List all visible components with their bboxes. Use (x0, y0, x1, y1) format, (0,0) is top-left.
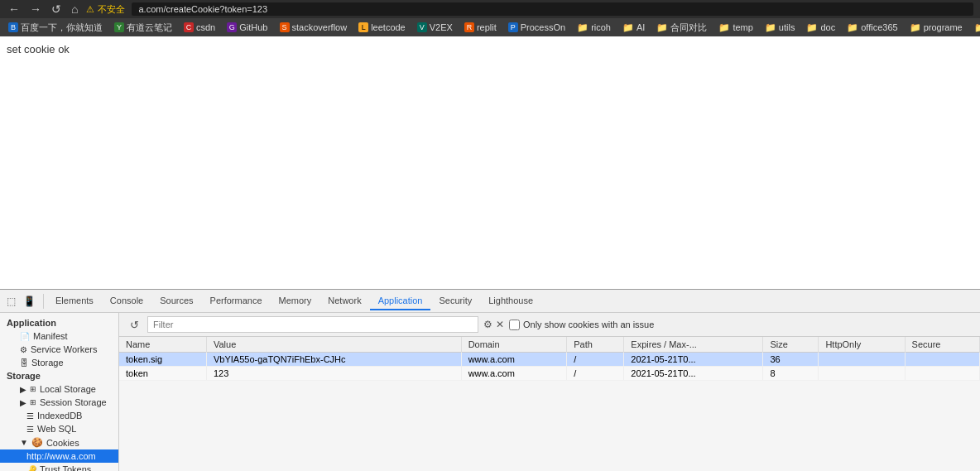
show-issues-checkbox-label[interactable]: Only show cookies with an issue (509, 320, 654, 330)
bookmark-contract[interactable]: 📁 合同对比 (651, 21, 712, 35)
expand-icon: ▶ (20, 385, 26, 394)
sidebar-item-service-workers[interactable]: ⚙ Service Workers (0, 343, 118, 356)
baidu-icon: B (8, 22, 18, 32)
browser-titlebar: ← → ↺ ⌂ ⚠ 不安全 (0, 0, 980, 18)
tab-network[interactable]: Network (319, 292, 369, 310)
page-text: set cookie ok (7, 43, 70, 55)
devtools-icon-group: ⬚ 📱 (3, 294, 44, 309)
bookmark-replit[interactable]: R replit (459, 22, 502, 33)
col-header-size[interactable]: Size (763, 337, 819, 353)
bookmark-utils[interactable]: 📁 utils (760, 22, 800, 34)
v2ex-icon: V (417, 22, 427, 32)
cookie-icon: 🍪 (31, 437, 43, 448)
home-button[interactable]: ⌂ (70, 2, 79, 16)
folder-icon: 📁 (622, 22, 634, 33)
sidebar-item-local-storage[interactable]: ▶ ⊞ Local Storage (0, 382, 118, 396)
bookmark-csdn[interactable]: C csdn (179, 22, 220, 33)
sidebar-item-websql[interactable]: ☰ Web SQL (0, 422, 118, 435)
devtools-sidebar: Application 📄 Manifest ⚙ Service Workers… (0, 313, 119, 471)
toolbar-icon-group: ⚙ ✕ (483, 319, 504, 330)
tab-elements[interactable]: Elements (47, 292, 102, 310)
table-row[interactable]: token.sigVbYIA55o-gaTQN7iFhEbx-CJHcwww.a… (119, 353, 980, 367)
sidebar-item-cookie-url[interactable]: http://www.a.com (0, 449, 118, 463)
folder-icon: 📁 (765, 22, 776, 33)
bookmark-processon[interactable]: P ProcessOn (503, 22, 570, 33)
sidebar-item-trust-tokens[interactable]: 🔑 Trust Tokens (0, 463, 118, 471)
show-issues-checkbox[interactable] (509, 320, 520, 330)
cookies-table-container: Name Value Domain Path Expires / Max-...… (119, 337, 980, 471)
folder-icon: 📁 (577, 22, 588, 33)
list-icon: ⊞ (30, 398, 36, 406)
tab-lighthouse[interactable]: Lighthouse (480, 292, 541, 310)
forward-button[interactable]: → (28, 2, 43, 16)
bookmark-office365[interactable]: 📁 office365 (842, 22, 902, 34)
tab-memory[interactable]: Memory (271, 292, 320, 310)
col-header-path[interactable]: Path (567, 337, 624, 353)
folder-icon: 📁 (656, 22, 668, 33)
tab-performance[interactable]: Performance (202, 292, 271, 310)
tab-security[interactable]: Security (430, 292, 480, 310)
bookmark-programe[interactable]: 📁 programe (905, 22, 968, 34)
filter-input[interactable] (147, 316, 478, 333)
websql-icon: ☰ (26, 425, 34, 434)
sidebar-item-manifest[interactable]: 📄 Manifest (0, 329, 118, 343)
devtools-body: Application 📄 Manifest ⚙ Service Workers… (0, 313, 980, 471)
service-workers-icon: ⚙ (20, 345, 27, 354)
col-header-expires[interactable]: Expires / Max-... (624, 337, 763, 353)
sidebar-item-cookies[interactable]: ▼ 🍪 Cookies (0, 435, 118, 449)
sidebar-item-indexeddb[interactable]: ☰ IndexedDB (0, 409, 118, 422)
indexeddb-icon: ☰ (26, 411, 34, 421)
trust-token-icon: 🔑 (26, 465, 36, 472)
bookmark-links[interactable]: 📁 links (969, 22, 980, 34)
sidebar-item-session-storage[interactable]: ▶ ⊞ Session Storage (0, 396, 118, 409)
folder-icon: 📁 (910, 22, 921, 33)
bookmark-stackoverflow[interactable]: S stackoverflow (275, 22, 353, 33)
settings-icon[interactable]: ⚙ (483, 319, 492, 330)
clear-icon[interactable]: ✕ (496, 319, 504, 330)
sidebar-item-storage-app[interactable]: 🗄 Storage (0, 356, 118, 369)
bookmark-temp[interactable]: 📁 temp (713, 22, 757, 34)
sidebar-section-application: Application (0, 316, 118, 329)
refresh-cookies-button[interactable]: ↺ (126, 316, 142, 333)
bookmark-github[interactable]: G GitHub (222, 22, 272, 33)
devtools-tabs-bar: ⬚ 📱 Elements Console Sources Performance… (0, 290, 980, 313)
bookmark-youdao[interactable]: Y 有道云笔记 (109, 21, 177, 35)
bookmark-doc[interactable]: 📁 doc (801, 22, 840, 34)
bookmark-ai[interactable]: 📁 AI (617, 22, 650, 34)
table-header-row: Name Value Domain Path Expires / Max-...… (119, 337, 980, 353)
page-content-area: set cookie ok (0, 36, 980, 289)
bookmark-baidu[interactable]: B 百度一下，你就知道 (3, 21, 108, 35)
col-header-value[interactable]: Value (206, 337, 461, 353)
github-icon: G (227, 22, 237, 32)
cookies-table: Name Value Domain Path Expires / Max-...… (119, 337, 980, 381)
tab-sources[interactable]: Sources (151, 292, 201, 310)
devtools-panel: ⬚ 📱 Elements Console Sources Performance… (0, 289, 980, 471)
col-header-name[interactable]: Name (119, 337, 206, 353)
col-header-domain[interactable]: Domain (461, 337, 567, 353)
col-header-secure[interactable]: Secure (905, 337, 979, 353)
inspect-element-icon[interactable]: ⬚ (3, 294, 18, 309)
manifest-icon: 📄 (20, 332, 30, 341)
security-warning: ⚠ 不安全 (86, 3, 125, 16)
device-toggle-icon[interactable]: 📱 (22, 294, 36, 309)
cookies-table-body: token.sigVbYIA55o-gaTQN7iFhEbx-CJHcwww.a… (119, 353, 980, 381)
refresh-button[interactable]: ↺ (50, 2, 63, 16)
list-icon: ⊞ (30, 385, 36, 393)
replit-icon: R (464, 22, 474, 32)
tab-application[interactable]: Application (370, 292, 431, 310)
col-header-httponly[interactable]: HttpOnly (819, 337, 905, 353)
csdn-icon: C (184, 22, 194, 32)
back-button[interactable]: ← (7, 2, 22, 16)
storage-icon: 🗄 (20, 358, 28, 368)
table-row[interactable]: token123www.a.com/2021-05-21T0...8 (119, 367, 980, 381)
stackoverflow-icon: S (280, 22, 290, 32)
bookmark-ricoh[interactable]: 📁 ricoh (572, 22, 616, 34)
sidebar-section-storage: Storage (0, 369, 118, 382)
leetcode-icon: L (358, 22, 368, 32)
tab-console[interactable]: Console (102, 292, 151, 310)
url-bar[interactable] (132, 2, 973, 16)
expand-icon: ▶ (20, 398, 26, 407)
folder-icon: 📁 (847, 22, 858, 33)
bookmark-leetcode[interactable]: L leetcode (353, 22, 411, 33)
bookmark-v2ex[interactable]: V V2EX (412, 22, 458, 33)
